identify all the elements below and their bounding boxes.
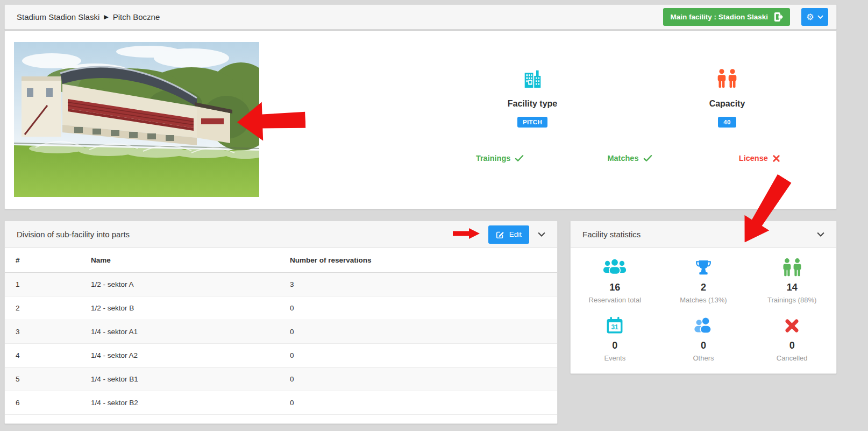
annotation-arrow-edit: [453, 228, 480, 241]
cell-name: 1/2 - sektor A: [80, 272, 279, 296]
cell-num: 5: [5, 367, 80, 391]
calendar-icon: 31: [606, 316, 624, 335]
check-icon: [515, 154, 524, 162]
stat-others: 0 Others: [659, 316, 748, 362]
cross-icon: [784, 316, 800, 335]
stat-value: 0: [701, 340, 706, 351]
division-title: Division of sub-facility into parts: [17, 230, 130, 239]
statistics-title: Facility statistics: [582, 230, 641, 239]
stat-trainings: 14 Trainings (88%): [748, 258, 836, 304]
cell-reservations: 0: [279, 367, 557, 391]
facility-overview-panel: Facility type PITCH: [4, 31, 837, 209]
table-row[interactable]: 3 1/4 - sektor A1 0: [5, 320, 557, 343]
topbar-actions: Main facility : Stadion Slaski ⚙: [663, 8, 828, 26]
cell-reservations: 3: [279, 272, 557, 296]
capacity-badge: 40: [718, 117, 736, 128]
col-name: Name: [80, 248, 279, 272]
flag-license: License: [695, 154, 824, 162]
statistics-panel-header: Facility statistics: [571, 221, 836, 248]
sub-facility-table: # Name Number of reservations 1 1/2 - se…: [5, 248, 557, 415]
stadium-photo-illustration: [14, 42, 259, 197]
stat-value: 0: [612, 340, 617, 351]
edit-button[interactable]: Edit: [488, 225, 529, 244]
table-row[interactable]: 6 1/4 - sektor B2 0: [5, 391, 557, 414]
trophy-icon: [694, 258, 713, 277]
cell-reservations: 0: [279, 320, 557, 343]
stat-value: 16: [609, 282, 620, 293]
table-header-row: # Name Number of reservations: [5, 248, 557, 272]
two-people-icon: [716, 69, 738, 91]
stat-value: 0: [789, 340, 795, 351]
main-facility-button-label: Main facility : Stadion Slaski: [670, 13, 768, 21]
gear-icon: ⚙: [806, 13, 814, 22]
stat-events: 31 0 Events: [571, 316, 659, 362]
settings-button[interactable]: ⚙: [801, 8, 828, 26]
check-icon: [643, 154, 652, 162]
capacity: Capacity 40: [630, 69, 824, 128]
stat-cancelled: 0 Cancelled: [748, 316, 836, 362]
two-people-icon: [781, 258, 803, 277]
cell-num: 2: [5, 296, 80, 320]
chevron-down-icon: [817, 15, 823, 19]
stat-value: 14: [787, 282, 798, 293]
breadcrumb-current: Pitch Boczne: [113, 12, 160, 22]
buildings-icon: [523, 69, 543, 91]
stat-label: Cancelled: [777, 354, 808, 362]
top-bar: Stadium Stadion Slaski ▶ Pitch Boczne Ma…: [4, 4, 837, 30]
flag-matches: Matches: [565, 154, 694, 162]
main-facility-button[interactable]: Main facility : Stadion Slaski: [663, 8, 790, 26]
cell-reservations: 0: [279, 296, 557, 320]
division-panel-header: Division of sub-facility into parts Edit: [5, 221, 557, 248]
breadcrumb-parent[interactable]: Stadium Stadion Slaski: [17, 12, 99, 22]
cell-num: 4: [5, 343, 80, 367]
cell-num: 1: [5, 272, 80, 296]
table-row[interactable]: 2 1/2 - sektor B 0: [5, 296, 557, 320]
table-row[interactable]: 4 1/4 - sektor A2 0: [5, 343, 557, 367]
breadcrumb-separator-icon: ▶: [104, 13, 108, 20]
cell-num: 3: [5, 320, 80, 343]
cell-num: 6: [5, 391, 80, 414]
col-number: #: [5, 248, 80, 272]
cell-name: 1/4 - sektor B1: [80, 367, 279, 391]
col-reservations: Number of reservations: [279, 248, 557, 272]
table-row[interactable]: 1 1/2 - sektor A 3: [5, 272, 557, 296]
collapse-chevron-icon[interactable]: [538, 232, 545, 237]
flag-trainings: Trainings: [435, 154, 565, 162]
table-row[interactable]: 5 1/4 - sektor B1 0: [5, 367, 557, 391]
overview-attributes: Facility type PITCH: [435, 31, 824, 209]
facility-type: Facility type PITCH: [435, 69, 630, 128]
cell-name: 1/2 - sektor B: [80, 296, 279, 320]
edit-icon: [496, 230, 504, 239]
facility-photo: [14, 42, 259, 197]
person-icon: [693, 316, 714, 335]
exit-icon: [773, 12, 783, 22]
cell-reservations: 0: [279, 391, 557, 414]
stat-label: Others: [693, 354, 714, 362]
edit-button-label: Edit: [509, 230, 522, 238]
facility-type-label: Facility type: [508, 99, 557, 109]
stat-label: Events: [604, 354, 625, 362]
stat-label: Trainings (88%): [767, 296, 816, 304]
collapse-chevron-icon[interactable]: [817, 232, 824, 237]
cross-icon: [772, 154, 780, 162]
cell-name: 1/4 - sektor A1: [80, 320, 279, 343]
division-panel: Division of sub-facility into parts Edit: [4, 221, 558, 424]
flag-trainings-label: Trainings: [476, 154, 510, 162]
breadcrumb: Stadium Stadion Slaski ▶ Pitch Boczne: [17, 12, 160, 22]
facility-type-badge: PITCH: [517, 117, 547, 128]
capacity-label: Capacity: [709, 99, 745, 109]
statistics-panel: Facility statistics 16 Reservation total: [570, 221, 837, 374]
stat-value: 2: [701, 282, 706, 293]
flag-license-label: License: [739, 154, 768, 162]
stat-matches: 2 Matches (13%): [659, 258, 748, 304]
stat-label: Reservation total: [589, 296, 642, 304]
cell-name: 1/4 - sektor B2: [80, 391, 279, 414]
cell-name: 1/4 - sektor A2: [80, 343, 279, 367]
stat-label: Matches (13%): [680, 296, 727, 304]
flag-matches-label: Matches: [607, 154, 638, 162]
stat-reservation-total: 16 Reservation total: [571, 258, 659, 304]
statistics-grid: 16 Reservation total 2 Matches (13%): [571, 248, 836, 362]
group-icon: [602, 258, 627, 277]
svg-text:31: 31: [611, 323, 619, 331]
cell-reservations: 0: [279, 343, 557, 367]
